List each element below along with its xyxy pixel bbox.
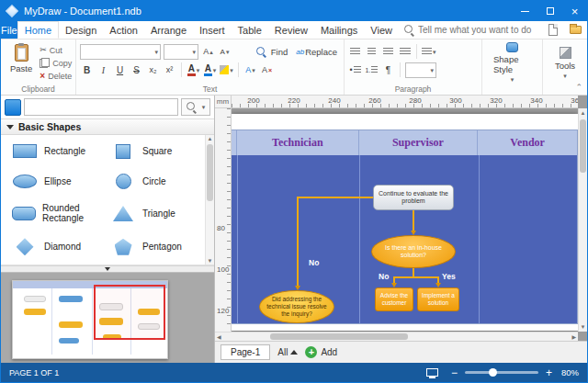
flow-node-inhouse[interactable]: Is there an in-house solution? — [371, 235, 456, 268]
basic-shapes-header[interactable]: Basic Shapes — [1, 119, 214, 135]
clear-formatting-button[interactable]: A× — [260, 62, 274, 77]
horizontal-scrollbar[interactable]: ◀ ▶ — [215, 332, 578, 341]
lane-header-vendor[interactable]: Vendor — [478, 130, 577, 155]
fill-color-button[interactable]: A▾ — [203, 62, 217, 77]
add-page-button[interactable]: + Add — [305, 346, 337, 358]
all-pages-dropdown[interactable]: All — [277, 347, 298, 357]
replace-button[interactable]: abReplace — [293, 44, 340, 59]
panel-splitter[interactable] — [1, 265, 214, 273]
zoom-in-button[interactable]: + — [544, 367, 554, 378]
zoom-slider[interactable] — [465, 371, 538, 374]
scroll-up-icon[interactable]: ▲ — [579, 108, 587, 118]
delete-button[interactable]: ×Delete — [38, 71, 74, 83]
tools-button[interactable]: Tools ▾ — [547, 42, 583, 83]
new-document-button[interactable] — [545, 23, 561, 38]
align-right-button[interactable] — [381, 44, 395, 59]
shape-item-rounded-rectangle[interactable]: Rounded Rectangle — [6, 197, 105, 231]
zoom-level[interactable]: 80% — [561, 367, 579, 377]
close-button[interactable]: × — [562, 1, 587, 21]
shape-item-square[interactable]: Square — [105, 137, 203, 166]
drawing-viewport[interactable]: Technician Supervisor Vendor — [232, 108, 578, 332]
shape-label: Triangle — [142, 208, 175, 219]
font-family-select[interactable]: ▾ — [80, 44, 161, 60]
scroll-down-icon[interactable]: ▼ — [579, 322, 587, 332]
scrollbar-thumb[interactable] — [270, 333, 408, 340]
pan-zoom-preview[interactable] — [1, 273, 214, 363]
tell-me-search[interactable] — [404, 21, 545, 39]
flow-node-implement[interactable]: Implement a solution — [417, 287, 459, 311]
subscript-button[interactable]: x₂ — [146, 62, 160, 77]
shape-item-circle[interactable]: Circle — [105, 166, 203, 197]
copy-button[interactable]: Copy — [38, 57, 74, 69]
shape-search-button[interactable]: ▾ — [181, 98, 210, 116]
grow-font-button[interactable]: A▴ — [201, 44, 215, 59]
strikethrough-button[interactable]: S — [130, 62, 143, 77]
shape-search-input[interactable] — [24, 98, 178, 116]
text-effects-button[interactable]: A▾ — [243, 62, 257, 77]
fit-to-window-icon[interactable] — [426, 368, 438, 377]
maximize-button[interactable] — [537, 1, 562, 21]
collapse-ribbon-button[interactable]: ⌃ — [575, 84, 582, 92]
paragraph-style-select[interactable]: ▾ — [405, 62, 436, 78]
scroll-up-icon[interactable]: ▲ — [206, 135, 214, 142]
align-left-icon — [350, 48, 360, 55]
shape-item-rectangle[interactable]: Rectangle — [6, 137, 105, 166]
page-tab-1[interactable]: Page-1 — [220, 344, 270, 360]
zoom-slider-thumb[interactable] — [489, 368, 497, 377]
tab-arrange[interactable]: Arrange — [144, 21, 193, 39]
shape-style-button[interactable]: Shape Style ▾ — [486, 42, 538, 83]
italic-button[interactable]: I — [96, 62, 110, 77]
align-right-icon — [383, 48, 393, 55]
flow-node-advise[interactable]: Advise the customer — [375, 287, 413, 311]
tab-view[interactable]: View — [364, 21, 399, 39]
shrink-font-button[interactable]: A▾ — [218, 44, 232, 59]
flow-node-continue[interactable]: Continue to evaluate the problem — [373, 185, 454, 210]
tab-action[interactable]: Action — [103, 21, 144, 39]
align-left-button[interactable] — [348, 44, 362, 59]
scroll-down-icon[interactable]: ▼ — [206, 257, 214, 265]
line-spacing-button[interactable]: ▾ — [422, 44, 436, 59]
tab-review[interactable]: Review — [268, 21, 314, 39]
numbering-button[interactable]: 1. — [365, 62, 379, 77]
font-size-select[interactable]: ▾ — [164, 44, 198, 60]
superscript-button[interactable]: x² — [163, 62, 176, 77]
scrollbar-thumb[interactable] — [207, 144, 213, 201]
align-center-button[interactable] — [365, 44, 379, 59]
shape-item-pentagon[interactable]: Pentagon — [105, 231, 203, 263]
zoom-out-button[interactable]: − — [449, 367, 459, 378]
tab-design[interactable]: Design — [59, 21, 103, 39]
cut-button[interactable]: ✂Cut — [38, 44, 74, 56]
drawing-page[interactable]: Technician Supervisor Vendor — [232, 114, 578, 331]
justify-button[interactable] — [398, 44, 412, 59]
pilcrow-button[interactable]: ¶ — [381, 62, 395, 77]
shape-item-triangle[interactable]: Triangle — [105, 197, 203, 231]
tab-insert[interactable]: Insert — [193, 21, 232, 39]
flow-node-resolve[interactable]: Did addressing the technical issue resol… — [259, 290, 334, 323]
tell-me-search-input[interactable] — [418, 25, 545, 35]
bullets-button[interactable]: • — [348, 62, 362, 77]
paste-button[interactable]: Paste — [5, 42, 38, 83]
tab-table[interactable]: Table — [232, 21, 268, 39]
highlight-button[interactable]: ▾ — [220, 62, 233, 77]
shape-item-ellipse[interactable]: Ellipse — [6, 166, 105, 197]
vertical-scrollbar[interactable]: ▲ ▼ — [578, 108, 587, 332]
shapes-scrollbar[interactable]: ▲ ▼ — [205, 135, 214, 265]
shape-item-diamond[interactable]: Diamond — [6, 231, 105, 263]
lane-header-technician[interactable]: Technician — [237, 130, 359, 155]
scrollbar-thumb[interactable] — [580, 119, 586, 173]
lane-header-supervisor[interactable]: Supervisor — [359, 130, 479, 155]
file-menu-button[interactable]: File — [1, 21, 17, 39]
minimize-icon — [521, 11, 529, 12]
underline-button[interactable]: U — [113, 62, 127, 77]
tab-home[interactable]: Home — [17, 21, 59, 39]
font-color-button[interactable]: A▾ — [187, 62, 200, 77]
viewport-indicator[interactable] — [94, 285, 165, 340]
find-button[interactable]: Find — [254, 44, 290, 59]
library-icon[interactable] — [5, 99, 21, 116]
branch-label-no-left: No — [309, 258, 319, 267]
open-button[interactable] — [568, 23, 584, 38]
minimize-button[interactable] — [513, 1, 537, 21]
bold-button[interactable]: B — [80, 62, 94, 77]
tab-mailings[interactable]: Mailings — [314, 21, 364, 39]
chevron-down-icon: ▾ — [563, 73, 567, 79]
